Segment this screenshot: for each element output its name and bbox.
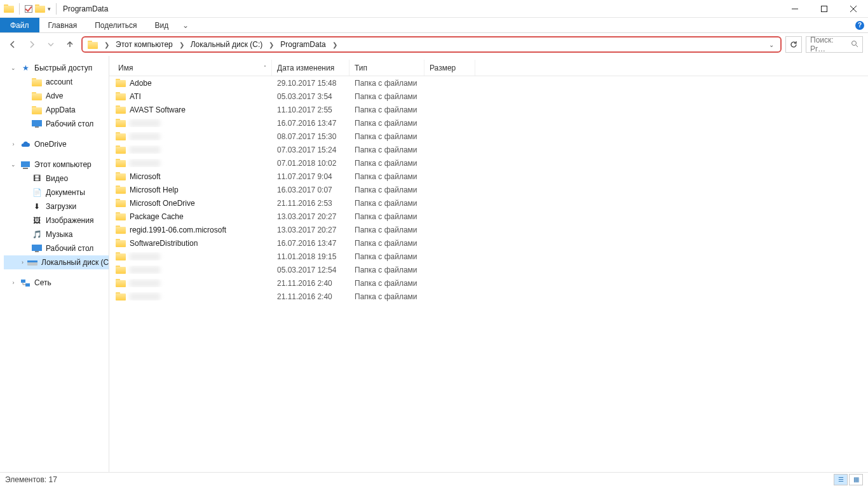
status-text: Элементов: 17: [5, 475, 57, 484]
chevron-right-icon[interactable]: ❯: [103, 41, 111, 48]
qat-properties-icon[interactable]: [25, 5, 32, 13]
svg-rect-11: [35, 251, 39, 252]
file-rows[interactable]: Adobe29.10.2017 15:48Папка с файламиATI0…: [109, 76, 868, 472]
ribbon-tab-home[interactable]: Главная: [39, 18, 86, 32]
table-row[interactable]: 08.07.2017 15:30Папка с файлами: [109, 130, 868, 143]
forward-button[interactable]: [24, 37, 39, 52]
table-row[interactable]: Package Cache13.03.2017 20:27Папка с фай…: [109, 210, 868, 223]
refresh-button[interactable]: [785, 36, 802, 53]
breadcrumb-root-icon[interactable]: [84, 37, 102, 51]
tree-label: Рабочий стол: [46, 244, 93, 253]
video-icon: 🎞: [32, 173, 42, 184]
cell-date: 13.03.2017 20:27: [272, 212, 349, 221]
breadcrumb-this-pc[interactable]: Этот компьютер: [112, 37, 177, 51]
tree-item-desktop2[interactable]: Рабочий стол: [4, 241, 109, 255]
table-row[interactable]: 16.07.2016 13:47Папка с файлами: [109, 116, 868, 130]
search-input[interactable]: Поиск: Pr…: [806, 36, 863, 53]
breadcrumb-programdata[interactable]: ProgramData: [276, 37, 329, 51]
column-type[interactable]: Тип: [349, 60, 424, 76]
table-row[interactable]: 07.03.2017 15:24Папка с файлами: [109, 143, 868, 156]
address-history-dropdown[interactable]: ⌄: [766, 41, 776, 48]
tree-item-pictures[interactable]: 🖼Изображения: [4, 213, 109, 227]
cell-name: Package Cache: [109, 212, 272, 221]
tree-item-videos[interactable]: 🎞Видео: [4, 172, 109, 186]
search-placeholder: Поиск: Pr…: [810, 36, 847, 53]
table-row[interactable]: AVAST Software11.10.2017 2:55Папка с фай…: [109, 103, 868, 116]
navigation-bar: ❯ Этот компьютер ❯ Локальный диск (C:) ❯…: [0, 33, 868, 56]
svg-rect-8: [21, 161, 30, 167]
tree-onedrive[interactable]: › OneDrive: [4, 137, 109, 151]
table-row[interactable]: Microsoft Help16.03.2017 0:07Папка с фай…: [109, 183, 868, 196]
tree-item-music[interactable]: 🎵Музыка: [4, 227, 109, 241]
folder-icon: [116, 266, 126, 274]
table-row[interactable]: 21.11.2016 2:40Папка с файлами: [109, 290, 868, 303]
qat-folder-icon[interactable]: [35, 4, 45, 14]
tree-quick-access[interactable]: ⌄ ★ Быстрый доступ: [4, 61, 109, 75]
column-size[interactable]: Размер: [424, 60, 475, 76]
collapse-icon[interactable]: ⌄: [10, 65, 17, 71]
collapse-icon[interactable]: ⌄: [10, 161, 17, 168]
cell-name: Microsoft: [109, 172, 272, 181]
table-row[interactable]: ATI05.03.2017 3:54Папка с файлами: [109, 90, 868, 103]
chevron-right-icon[interactable]: ❯: [268, 41, 275, 48]
cell-name: [109, 252, 272, 260]
table-row[interactable]: Microsoft OneDrive21.11.2016 2:53Папка с…: [109, 196, 868, 210]
ribbon-tab-view[interactable]: Вид: [146, 18, 177, 32]
tree-label: Локальный диск (C:): [41, 258, 109, 267]
table-row[interactable]: SoftwareDistribution16.07.2016 13:47Папк…: [109, 236, 868, 250]
table-row[interactable]: 07.01.2018 10:02Папка с файлами: [109, 156, 868, 170]
quick-access-toolbar: ▾: [4, 3, 59, 15]
folder-icon: [116, 186, 126, 194]
ribbon-tab-share[interactable]: Поделиться: [86, 18, 146, 32]
expand-icon[interactable]: ›: [22, 259, 24, 266]
drive-icon: [27, 257, 37, 267]
ribbon-expand-button[interactable]: ⌄: [177, 18, 194, 32]
expand-icon[interactable]: ›: [10, 141, 17, 147]
tree-item-documents[interactable]: 📄Документы: [4, 186, 109, 199]
table-row[interactable]: 21.11.2016 2:40Папка с файлами: [109, 276, 868, 290]
icons-view-button[interactable]: ▦: [849, 474, 863, 485]
cell-type: Папка с файлами: [349, 186, 424, 194]
folder-icon: [116, 279, 126, 287]
table-row[interactable]: regid.1991-06.com.microsoft13.03.2017 20…: [109, 223, 868, 236]
close-button[interactable]: [839, 0, 868, 18]
maximize-button[interactable]: [810, 0, 839, 18]
cell-name: SoftwareDistribution: [109, 239, 272, 248]
chevron-right-icon[interactable]: ❯: [331, 41, 339, 48]
tree-item-drive-c[interactable]: ›Локальный диск (C:): [4, 255, 109, 269]
table-row[interactable]: Adobe29.10.2017 15:48Папка с файлами: [109, 76, 868, 90]
minimize-button[interactable]: [780, 0, 810, 18]
tree-network[interactable]: › Сеть: [4, 276, 109, 290]
tree-item-adve[interactable]: Adve: [4, 89, 109, 103]
tree-item-desktop[interactable]: Рабочий стол: [4, 117, 109, 131]
up-button[interactable]: [62, 37, 78, 52]
address-bar[interactable]: ❯ Этот компьютер ❯ Локальный диск (C:) ❯…: [81, 36, 782, 53]
cell-name: [109, 159, 272, 167]
expand-icon[interactable]: ›: [10, 280, 17, 286]
tree-item-downloads[interactable]: ⬇Загрузки: [4, 199, 109, 213]
recent-locations-button[interactable]: [43, 37, 58, 52]
column-name[interactable]: Имя˄: [109, 60, 272, 76]
tree-label: Загрузки: [46, 202, 76, 211]
folder-icon: [116, 239, 126, 247]
back-button[interactable]: [5, 37, 20, 52]
tree-item-appdata[interactable]: AppData: [4, 103, 109, 117]
qat-customize-icon[interactable]: ▾: [48, 6, 51, 12]
navigation-tree[interactable]: ⌄ ★ Быстрый доступ account Adve AppData …: [0, 56, 109, 472]
help-button[interactable]: ?: [851, 18, 868, 32]
folder-icon: [116, 212, 126, 220]
column-date[interactable]: Дата изменения: [272, 60, 349, 76]
cell-name: [109, 119, 272, 127]
table-row[interactable]: Microsoft11.07.2017 9:04Папка с файлами: [109, 170, 868, 183]
ribbon-file-tab[interactable]: Файл: [0, 18, 39, 32]
breadcrumb-drive-c[interactable]: Локальный диск (C:): [187, 37, 267, 51]
table-row[interactable]: 05.03.2017 12:54Папка с файлами: [109, 263, 868, 276]
folder-icon: [116, 145, 126, 154]
cell-date: 16.03.2017 0:07: [272, 186, 349, 194]
tree-this-pc[interactable]: ⌄ Этот компьютер: [4, 158, 109, 172]
cloud-icon: [20, 139, 31, 149]
details-view-button[interactable]: ☰: [834, 474, 848, 485]
table-row[interactable]: 11.01.2018 19:15Папка с файлами: [109, 250, 868, 263]
tree-item-account[interactable]: account: [4, 75, 109, 89]
chevron-right-icon[interactable]: ❯: [178, 41, 186, 48]
